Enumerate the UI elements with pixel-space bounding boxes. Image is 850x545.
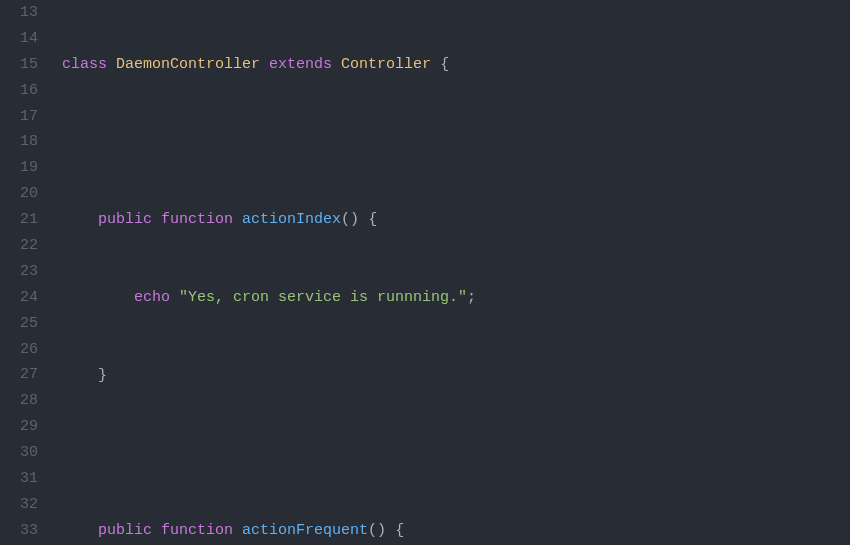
line-number: 16 — [0, 78, 38, 104]
code-line[interactable]: public function actionIndex() { — [62, 207, 850, 233]
keyword-public: public — [98, 522, 152, 539]
code-line[interactable]: public function actionFrequent() { — [62, 518, 850, 544]
line-number: 33 — [0, 518, 38, 544]
function-name: actionFrequent — [242, 522, 368, 539]
line-number: 17 — [0, 104, 38, 130]
keyword-function: function — [161, 211, 233, 228]
line-number: 20 — [0, 181, 38, 207]
line-number: 28 — [0, 388, 38, 414]
code-line[interactable]: } — [62, 363, 850, 389]
brace: { — [440, 56, 449, 73]
line-number: 23 — [0, 259, 38, 285]
keyword-extends: extends — [269, 56, 332, 73]
line-number: 25 — [0, 311, 38, 337]
line-number: 24 — [0, 285, 38, 311]
keyword-echo: echo — [134, 289, 170, 306]
line-number: 14 — [0, 26, 38, 52]
parens: () — [368, 522, 386, 539]
code-line[interactable] — [62, 440, 850, 466]
keyword-public: public — [98, 211, 152, 228]
line-number: 22 — [0, 233, 38, 259]
keyword-class: class — [62, 56, 107, 73]
code-line[interactable] — [62, 130, 850, 156]
code-editor: 13 14 15 16 17 18 19 20 21 22 23 24 25 2… — [0, 0, 850, 545]
line-number: 29 — [0, 414, 38, 440]
code-line[interactable]: echo "Yes, cron service is runnning."; — [62, 285, 850, 311]
line-number: 32 — [0, 492, 38, 518]
brace: } — [98, 367, 107, 384]
class-name: DaemonController — [116, 56, 260, 73]
line-number: 27 — [0, 362, 38, 388]
brace: { — [395, 522, 404, 539]
line-number: 15 — [0, 52, 38, 78]
line-number: 13 — [0, 0, 38, 26]
keyword-function: function — [161, 522, 233, 539]
line-number: 31 — [0, 466, 38, 492]
function-name: actionIndex — [242, 211, 341, 228]
semicolon: ; — [467, 289, 476, 306]
brace: { — [368, 211, 377, 228]
string-literal: "Yes, cron service is runnning." — [179, 289, 467, 306]
parens: () — [341, 211, 359, 228]
code-content[interactable]: class DaemonController extends Controlle… — [48, 0, 850, 545]
code-line[interactable]: class DaemonController extends Controlle… — [62, 52, 850, 78]
line-number: 19 — [0, 155, 38, 181]
line-number: 30 — [0, 440, 38, 466]
line-number: 26 — [0, 337, 38, 363]
line-number: 18 — [0, 129, 38, 155]
line-number: 21 — [0, 207, 38, 233]
line-number-gutter: 13 14 15 16 17 18 19 20 21 22 23 24 25 2… — [0, 0, 48, 545]
base-class: Controller — [341, 56, 431, 73]
